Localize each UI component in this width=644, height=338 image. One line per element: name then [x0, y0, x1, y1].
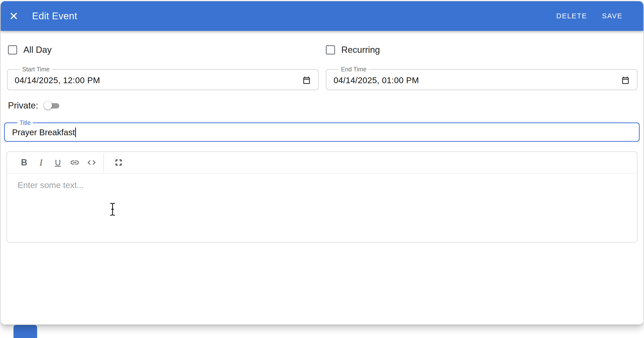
fullscreen-icon [114, 158, 124, 168]
editor-text-area[interactable]: Enter some text... [7, 174, 637, 242]
italic-button[interactable]: I [32, 154, 50, 171]
dialog-header: ✕ Edit Event DELETE SAVE [1, 1, 643, 31]
editor-toolbar: B I U [7, 152, 637, 174]
recurring-label: Recurring [341, 45, 380, 55]
calendar-icon[interactable] [302, 76, 311, 84]
editor-placeholder: Enter some text... [18, 180, 637, 190]
dialog-content: All Day Recurring Start Time 04/14/2025,… [1, 44, 643, 242]
bold-button[interactable]: B [16, 154, 32, 171]
text-caret [75, 128, 76, 137]
close-icon[interactable]: ✕ [7, 10, 20, 23]
private-row: Private: [8, 99, 643, 112]
code-button[interactable] [83, 154, 100, 171]
end-time-value[interactable]: 04/14/2025, 01:00 PM [334, 76, 419, 85]
private-label: Private: [8, 100, 38, 111]
bold-icon: B [21, 158, 27, 168]
end-time-label: End Time [339, 66, 369, 73]
recurring-checkbox[interactable] [326, 45, 335, 54]
edit-event-dialog: ✕ Edit Event DELETE SAVE All Day Recurri… [1, 1, 643, 324]
start-time-value[interactable]: 04/14/2025, 12:00 PM [15, 76, 100, 85]
private-toggle[interactable] [45, 102, 59, 108]
all-day-label: All Day [24, 45, 52, 55]
all-day-checkbox[interactable] [8, 45, 17, 54]
title-field-wrap: Title Prayer Breakfast [4, 120, 640, 142]
link-button[interactable] [66, 154, 83, 171]
delete-button[interactable]: DELETE [551, 8, 592, 24]
recurring-option: Recurring [322, 45, 643, 55]
end-time-field[interactable]: End Time 04/14/2025, 01:00 PM [326, 66, 638, 90]
edit-event-screen: ✕ Edit Event DELETE SAVE All Day Recurri… [0, 0, 644, 338]
title-input-value[interactable]: Prayer Breakfast [12, 128, 75, 137]
italic-icon: I [40, 157, 43, 168]
underline-icon: U [55, 158, 61, 167]
fullscreen-button[interactable] [110, 154, 127, 171]
underline-button[interactable]: U [50, 154, 66, 171]
start-time-field[interactable]: Start Time 04/14/2025, 12:00 PM [7, 66, 319, 90]
end-time-value-row: 04/14/2025, 01:00 PM [334, 73, 630, 88]
link-icon [70, 158, 80, 167]
calendar-icon[interactable] [621, 76, 630, 84]
save-button[interactable]: SAVE [597, 8, 628, 24]
code-icon [87, 158, 96, 167]
close-glyph: ✕ [9, 10, 18, 22]
page-title: Edit Event [32, 10, 77, 22]
description-editor: B I U [6, 152, 638, 242]
all-day-option: All Day [1, 45, 322, 55]
title-label: Title [17, 120, 33, 126]
checkbox-row: All Day Recurring [1, 44, 643, 56]
start-time-label: Start Time [20, 66, 52, 73]
toolbar-divider [104, 154, 104, 172]
title-value-row[interactable]: Prayer Breakfast [12, 126, 632, 138]
title-field[interactable]: Title Prayer Breakfast [4, 120, 640, 142]
time-fields-row: Start Time 04/14/2025, 12:00 PM End Time… [7, 66, 638, 90]
background-element [14, 325, 37, 338]
ibeam-cursor [108, 202, 118, 216]
start-time-value-row: 04/14/2025, 12:00 PM [15, 73, 311, 88]
